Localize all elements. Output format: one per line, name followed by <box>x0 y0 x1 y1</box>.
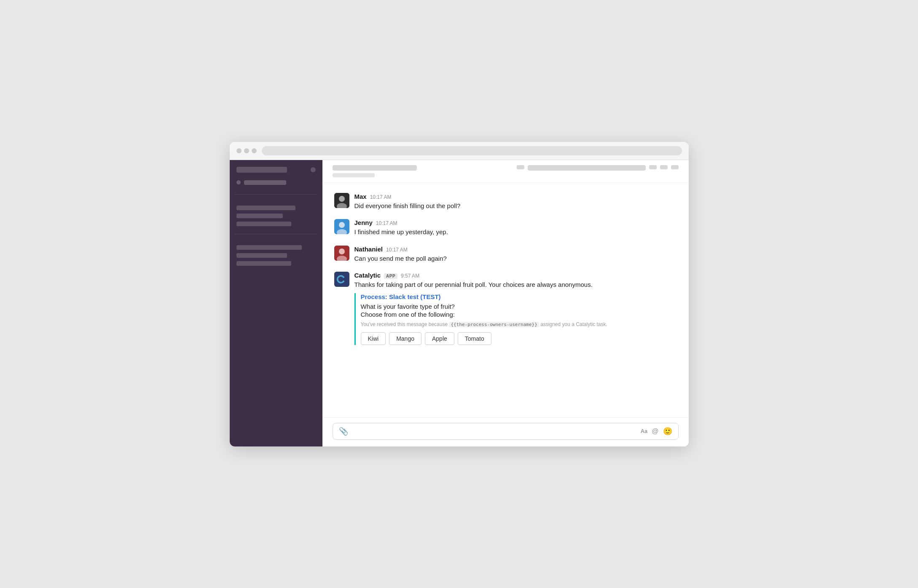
sidebar-username <box>244 180 286 185</box>
app-body: Max 10:17 AM Did everyone finish filling… <box>230 160 689 446</box>
message-text-catalytic: Thanks for taking part of our perennial … <box>354 280 677 290</box>
avatar-nathaniel <box>334 246 349 261</box>
message-row: Max 10:17 AM Did everyone finish filling… <box>334 193 677 211</box>
sidebar-item[interactable] <box>236 253 287 258</box>
sender-name-jenny: Jenny <box>354 219 373 226</box>
svg-point-1 <box>339 196 345 202</box>
message-time-catalytic: 9:57 AM <box>401 273 419 279</box>
card-question: What is your favorite type of fruit? <box>361 303 677 310</box>
svg-point-11 <box>343 281 344 282</box>
process-link[interactable]: Process: Slack test (TEST) <box>361 293 677 300</box>
message-body-nathaniel: Nathaniel 10:17 AM Can you send me the p… <box>354 246 677 264</box>
header-search-bar[interactable] <box>528 165 646 171</box>
channel-description-bar <box>333 173 375 177</box>
mention-icon[interactable]: @ <box>652 428 658 435</box>
message-time-max: 10:17 AM <box>370 194 392 200</box>
app-badge: APP <box>384 273 397 279</box>
sidebar-item[interactable] <box>236 245 302 250</box>
header-action-icons <box>517 165 679 171</box>
sidebar-dms <box>235 242 317 266</box>
poll-button-mango[interactable]: Mango <box>389 332 421 345</box>
poll-buttons: Kiwi Mango Apple Tomato <box>361 332 677 345</box>
poll-button-kiwi[interactable]: Kiwi <box>361 332 386 345</box>
message-text-max: Did everyone finish filling out the poll… <box>354 201 677 211</box>
avatar-jenny <box>334 219 349 234</box>
message-body-max: Max 10:17 AM Did everyone finish filling… <box>354 193 677 211</box>
message-text-nathaniel: Can you send me the poll again? <box>354 254 677 264</box>
message-time-jenny: 10:17 AM <box>376 220 397 226</box>
header-icon-4[interactable] <box>671 165 679 169</box>
minimize-dot[interactable] <box>244 148 249 153</box>
sidebar-item[interactable] <box>236 261 291 266</box>
messages-list: Max 10:17 AM Did everyone finish filling… <box>322 183 689 417</box>
message-body-jenny: Jenny 10:17 AM I finished mine up yester… <box>354 219 677 237</box>
message-text-jenny: I finished mine up yesterday, yep. <box>354 227 677 237</box>
message-input-box: 📎 Aa @ 🙂 <box>333 423 679 440</box>
svg-point-7 <box>339 249 345 254</box>
message-row: Jenny 10:17 AM I finished mine up yester… <box>334 219 677 237</box>
sidebar-divider-2 <box>235 234 317 234</box>
sender-name-catalytic: Catalytic <box>354 272 381 279</box>
channel-header <box>322 160 689 183</box>
svg-point-4 <box>339 222 345 228</box>
attachment-icon[interactable]: 📎 <box>339 427 348 436</box>
message-input-area: 📎 Aa @ 🙂 <box>322 417 689 446</box>
sidebar-workspace-name <box>236 167 287 173</box>
browser-traffic-lights <box>236 148 257 153</box>
message-row-catalytic: Catalytic APP 9:57 AM Thanks for taking … <box>334 272 677 345</box>
sidebar-user-status <box>235 179 317 187</box>
message-header-nathaniel: Nathaniel 10:17 AM <box>354 246 677 253</box>
sidebar-status-dot <box>236 180 241 184</box>
catalytic-card: Process: Slack test (TEST) What is your … <box>354 293 677 345</box>
poll-button-tomato[interactable]: Tomato <box>458 332 491 345</box>
message-row: Nathaniel 10:17 AM Can you send me the p… <box>334 246 677 264</box>
avatar-max <box>334 193 349 208</box>
browser-chrome <box>230 142 689 160</box>
sender-name-nathaniel: Nathaniel <box>354 246 383 253</box>
sidebar <box>230 160 322 446</box>
card-note-suffix: assigned you a Catalytic task. <box>539 321 607 327</box>
svg-rect-9 <box>334 272 349 287</box>
card-choose-text: Choose from one of the following: <box>361 311 677 318</box>
card-note-prefix: You've received this message because <box>361 321 449 327</box>
card-note: You've received this message because {{t… <box>361 321 677 327</box>
maximize-dot[interactable] <box>252 148 257 153</box>
channel-name-bar <box>333 165 417 171</box>
sidebar-item[interactable] <box>236 206 295 210</box>
header-icon-1[interactable] <box>517 165 524 169</box>
message-body-catalytic: Catalytic APP 9:57 AM Thanks for taking … <box>354 272 677 345</box>
message-input[interactable] <box>352 428 636 435</box>
message-header-max: Max 10:17 AM <box>354 193 677 200</box>
format-text-icon[interactable]: Aa <box>641 428 648 434</box>
message-header-jenny: Jenny 10:17 AM <box>354 219 677 226</box>
close-dot[interactable] <box>236 148 242 153</box>
sender-name-max: Max <box>354 193 367 200</box>
template-variable: {{the-process-owners-username}} <box>449 322 539 327</box>
header-icon-3[interactable] <box>660 165 668 169</box>
message-time-nathaniel: 10:17 AM <box>386 247 408 253</box>
browser-window: Max 10:17 AM Did everyone finish filling… <box>230 142 689 446</box>
svg-point-10 <box>343 276 344 278</box>
sidebar-header <box>235 167 317 173</box>
input-right-icons: Aa @ 🙂 <box>641 427 672 436</box>
address-bar[interactable] <box>262 146 682 155</box>
poll-button-apple[interactable]: Apple <box>425 332 454 345</box>
sidebar-compose-icon[interactable] <box>311 167 316 172</box>
header-icon-2[interactable] <box>649 165 657 169</box>
avatar-catalytic <box>334 272 349 287</box>
sidebar-divider <box>235 194 317 195</box>
main-content: Max 10:17 AM Did everyone finish filling… <box>322 160 689 446</box>
emoji-icon[interactable]: 🙂 <box>663 427 672 436</box>
sidebar-item[interactable] <box>236 222 291 226</box>
sidebar-channels <box>235 202 317 226</box>
sidebar-item[interactable] <box>236 214 283 218</box>
header-row-1 <box>333 165 679 171</box>
message-header-catalytic: Catalytic APP 9:57 AM <box>354 272 677 279</box>
